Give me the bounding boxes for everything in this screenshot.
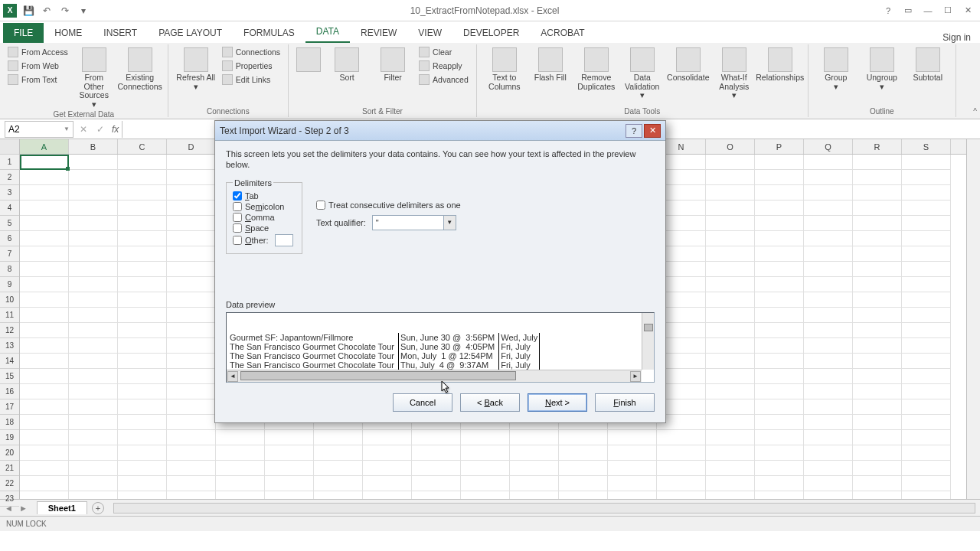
dialog-close-button[interactable]: ✕ <box>644 124 661 138</box>
preview-vertical-scrollbar[interactable] <box>642 313 654 370</box>
text-qualifier-select[interactable]: " ▼ <box>372 215 456 230</box>
finish-button[interactable]: Finish <box>595 393 655 412</box>
dialog-overlay: Text Import Wizard - Step 2 of 3 ? ✕ Thi… <box>0 0 980 551</box>
data-preview-label: Data preview <box>226 300 655 309</box>
delimiters-label: Delimiters <box>233 178 273 187</box>
data-preview: Gourmet SF: Japantown/Fillmore Sun, June… <box>226 312 655 383</box>
scroll-thumb[interactable] <box>240 371 516 380</box>
dialog-title: Text Import Wizard - Step 2 of 3 <box>220 126 624 136</box>
text-import-wizard-dialog: Text Import Wizard - Step 2 of 3 ? ✕ Thi… <box>214 120 666 423</box>
dialog-titlebar[interactable]: Text Import Wizard - Step 2 of 3 ? ✕ <box>215 121 665 141</box>
scroll-right-icon[interactable]: ► <box>630 371 641 382</box>
delimiter-other-checkbox[interactable]: Other: <box>233 233 296 247</box>
dialog-description: This screen lets you set the delimiters … <box>226 148 655 171</box>
dialog-help-button[interactable]: ? <box>626 124 642 138</box>
scroll-left-icon[interactable]: ◄ <box>227 371 238 382</box>
treat-consecutive-checkbox[interactable]: Treat consecutive delimiters as one <box>316 200 461 210</box>
next-button[interactable]: Next > <box>528 393 587 412</box>
preview-row: The San Francisco Gourmet Chocolate Tour… <box>228 342 540 351</box>
delimiter-other-input[interactable] <box>275 234 293 246</box>
back-button[interactable]: < Back <box>460 393 520 412</box>
cancel-button[interactable]: Cancel <box>393 393 452 412</box>
delimiter-semicolon-checkbox[interactable]: Semicolon <box>233 201 296 212</box>
delimiter-comma-checkbox[interactable]: Comma <box>233 212 296 223</box>
text-qualifier-label: Text qualifier: <box>316 218 366 227</box>
delimiters-fieldset: Delimiters Tab Semicolon Comma Space Oth… <box>226 178 302 254</box>
preview-row: The San Francisco Gourmet Chocolate Tour… <box>228 351 540 360</box>
delimiter-tab-checkbox[interactable]: Tab <box>233 191 296 201</box>
chevron-down-icon: ▼ <box>443 216 456 230</box>
preview-row: Gourmet SF: Japantown/Fillmore Sun, June… <box>228 333 540 342</box>
preview-row: The San Francisco Gourmet Chocolate Tour… <box>228 360 540 370</box>
delimiter-space-checkbox[interactable]: Space <box>233 223 296 233</box>
preview-horizontal-scrollbar[interactable]: ◄ ► <box>227 370 642 382</box>
